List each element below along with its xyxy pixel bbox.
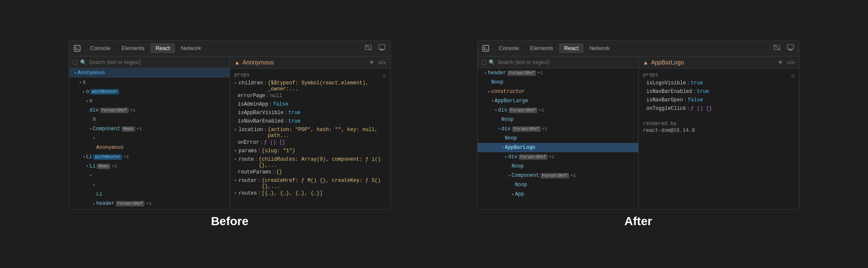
tree-row[interactable]: ▾: [69, 171, 230, 180]
node-name: Noop: [501, 117, 514, 123]
popout-icon-before[interactable]: [377, 43, 387, 53]
node-name: Component: [93, 126, 120, 132]
arrow-icon: ▾: [83, 154, 85, 159]
tab-network-after[interactable]: Network: [584, 43, 615, 53]
arrow-icon: ▸: [512, 192, 514, 197]
after-tree-area: ▸ header ForwardRef +1 Noop ▸ construc: [478, 68, 638, 209]
tree-row[interactable]: ▸ header ForwardRef +1: [478, 68, 638, 78]
search-icon-before: 🔍: [80, 59, 86, 65]
node-name: h: [93, 117, 96, 123]
tab-console-after[interactable]: Console: [494, 43, 524, 53]
copy-button-before[interactable]: ⧉: [383, 73, 386, 78]
plus-badge: +1: [537, 70, 543, 75]
tree-row[interactable]: ▸ header ForwardRef +1: [69, 199, 230, 208]
camera-off-icon-before[interactable]: [363, 43, 373, 53]
node-name: AppBarLarge: [495, 98, 528, 104]
tab-react-before[interactable]: React: [150, 43, 175, 53]
eye-icon-after[interactable]: 👁: [778, 59, 783, 66]
cursor-icon-before: ⬚: [72, 59, 78, 65]
eye-icon-before[interactable]: 👁: [369, 59, 375, 66]
code-icon-before[interactable]: </>: [378, 59, 386, 66]
plus-badge: +1: [146, 201, 151, 206]
before-devtools-window: Console Elements React Network: [69, 40, 391, 209]
tree-row[interactable]: ▸ s: [69, 78, 230, 87]
plus-badge: +1: [542, 126, 548, 131]
tree-row[interactable]: ▸: [69, 180, 230, 190]
after-right-header: ▲ AppBarLogo 👁 </>: [639, 56, 799, 69]
arrow-icon: ▾: [89, 173, 92, 178]
before-tree-area: ▾ Anonymous ▸ s ▸ o withRouter: [69, 68, 230, 209]
tree-row[interactable]: Li: [69, 190, 230, 199]
after-devtools-window: Console Elements React Network: [477, 40, 799, 209]
prop-row: react-dom@16.14.0: [643, 127, 795, 136]
tree-row[interactable]: ▸ div ForwardRef +1: [478, 152, 638, 162]
tree-row[interactable]: ▾ Anonymous: [69, 68, 230, 78]
tree-row[interactable]: ▾ Li withRouter +1: [69, 152, 230, 162]
camera-off-icon-after[interactable]: [772, 43, 782, 53]
tree-row[interactable]: Noop: [478, 180, 638, 190]
tree-row[interactable]: ▾ AppBarLarge: [478, 96, 638, 106]
tree-row[interactable]: ▸ Component ForwardRef +1: [478, 171, 638, 180]
arrow-icon: ▾: [74, 70, 77, 75]
node-name: Noop: [505, 135, 517, 141]
tree-row[interactable]: Anonymous: [69, 143, 230, 152]
before-right-header: ▲ Anonymous 👁 </>: [230, 56, 390, 69]
cursor-icon-after: ⬚: [481, 59, 486, 65]
node-name: Noop: [512, 163, 524, 169]
svg-rect-13: [789, 50, 792, 50]
rendered-by-value: react-dom@16.14.0: [643, 128, 695, 134]
tree-row[interactable]: ▾ div ForwardRef +1: [478, 124, 638, 134]
tab-elements-after[interactable]: Elements: [525, 43, 558, 53]
before-tab-bar: Console Elements React Network: [69, 40, 390, 56]
after-props-area: props ⧉ isLogoVisible : true isNavBarEna…: [639, 69, 799, 209]
copy-button-after[interactable]: ⧉: [791, 73, 795, 78]
node-name: div: [498, 107, 507, 113]
arrow-icon: ▸: [86, 98, 89, 103]
tree-row[interactable]: ▾ Component Memo +1: [69, 124, 230, 134]
popout-icon-after[interactable]: [785, 43, 796, 53]
code-icon-after[interactable]: </>: [787, 59, 795, 66]
tab-console-before[interactable]: Console: [85, 43, 116, 53]
before-search-input[interactable]: [89, 59, 226, 65]
tab-elements-before[interactable]: Elements: [117, 43, 150, 53]
tab-react-after[interactable]: React: [559, 43, 584, 53]
plus-badge: +1: [123, 154, 129, 159]
tree-row[interactable]: ▸ constructor: [478, 87, 638, 96]
before-left-panel: ⬚ 🔍 ▾ Anonymous ▸ s: [69, 56, 230, 209]
node-name: Noop: [515, 182, 527, 188]
warning-icon-after: ▲: [643, 59, 648, 66]
tree-row[interactable]: ▾ AppBarLogo: [478, 143, 638, 152]
tree-row[interactable]: h: [69, 115, 230, 124]
tree-row[interactable]: ▸ App: [478, 190, 638, 199]
prop-row: isAppBarVisible : true: [234, 109, 386, 118]
prop-row: isLogoVisible : true: [643, 80, 795, 88]
after-label: After: [624, 215, 652, 228]
tree-row[interactable]: ▾: [69, 134, 230, 143]
prop-row: onToggleClick : ƒ () {}: [643, 105, 795, 114]
before-right-icons: 👁 </>: [369, 59, 386, 66]
prop-row: ▸ route : {childRoutes: Array(9), compon…: [234, 156, 386, 169]
node-name: App: [515, 191, 524, 197]
tree-row[interactable]: Noop: [478, 134, 638, 143]
node-name: div: [89, 107, 99, 113]
tree-row[interactable]: ▸ o withRouter: [69, 87, 230, 96]
tree-row[interactable]: ▸ o: [69, 96, 230, 106]
after-search-input[interactable]: [498, 59, 635, 65]
tab-network-before[interactable]: Network: [176, 43, 206, 53]
tree-row[interactable]: Noop: [478, 115, 638, 124]
badge: Memo: [97, 164, 110, 169]
prop-row: isNavBarOpen : false: [643, 97, 795, 105]
badge: ForwardRef: [509, 108, 537, 113]
props-label-after: props: [643, 72, 658, 78]
badge: ForwardRef: [512, 126, 541, 132]
tree-row[interactable]: Noop: [478, 162, 638, 171]
search-icon-after: 🔍: [489, 59, 495, 65]
tree-row[interactable]: Noop: [478, 78, 638, 87]
badge: Memo: [122, 126, 135, 132]
prop-row: isNavBarEnabled : true: [643, 88, 795, 97]
before-right-panel: ▲ Anonymous 👁 </> props ⧉ ▸: [230, 56, 390, 209]
tree-row[interactable]: ▾ div ForwardRef +1: [478, 106, 638, 115]
tree-row[interactable]: ▾ Li Memo +1: [69, 162, 230, 171]
node-name: AppBarLogo: [505, 145, 535, 151]
tree-row[interactable]: div ForwardRef +1: [69, 106, 230, 115]
